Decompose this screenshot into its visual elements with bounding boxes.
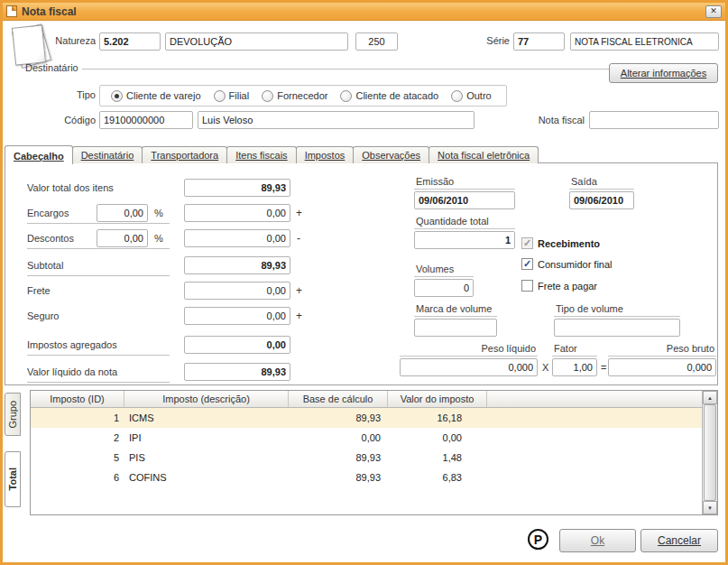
column-header-base-calculo[interactable]: Base de cálculo <box>289 391 388 407</box>
valor-liquido-field[interactable] <box>184 363 290 381</box>
natureza-label: Natureza <box>30 35 96 46</box>
natureza-desc-field[interactable] <box>165 32 348 51</box>
close-button[interactable]: ✕ <box>705 5 722 18</box>
table-row-cofins[interactable]: 6 COFINS 89,93 6,83 <box>31 468 702 487</box>
valor-total-label: Valor total dos itens <box>27 182 114 193</box>
seguro-field[interactable] <box>184 307 290 325</box>
column-header-filler <box>487 391 702 407</box>
fator-field[interactable] <box>552 358 597 376</box>
saida-field[interactable] <box>569 191 634 209</box>
side-tab-total[interactable]: Total <box>5 451 21 507</box>
peso-bruto-label: Peso bruto <box>608 343 716 357</box>
valor-total-field[interactable] <box>184 179 290 197</box>
radio-icon <box>262 90 273 102</box>
scroll-down-button[interactable]: ▼ <box>703 501 717 514</box>
scroll-up-button[interactable]: ▲ <box>703 391 717 404</box>
tab-nota-fiscal-eletronica[interactable]: Nota fiscal eletrônica <box>429 146 539 163</box>
codigo-field[interactable] <box>99 111 193 129</box>
emissao-label: Emissão <box>414 176 515 190</box>
checkbox-consumidor-final[interactable]: ✓ Consumidor final <box>521 258 613 270</box>
impostos-agregados-underline <box>27 355 170 356</box>
descontos-minus-sign: - <box>297 232 300 245</box>
tipo-radio-group: Cliente de varejo Filial Fornecedor Clie… <box>99 85 507 107</box>
tab-destinatario[interactable]: Destinatário <box>72 146 143 163</box>
table-row-ipi[interactable]: 2 IPI 0,00 0,00 <box>31 428 702 448</box>
column-header-imposto-descricao[interactable]: Imposto (descrição) <box>124 391 289 407</box>
radio-filial[interactable]: Filial <box>214 90 250 102</box>
quantidade-total-label: Quantidade total <box>414 216 515 229</box>
seguro-plus-sign: + <box>296 310 302 322</box>
encargos-label: Encargos <box>27 208 69 218</box>
destinatario-group-label: Destinatário <box>25 62 78 73</box>
table-row-icms[interactable]: 1 ICMS 89,93 16,18 <box>31 408 702 428</box>
tab-cabecalho[interactable]: Cabeçalho <box>5 145 73 164</box>
serie-label: Série <box>449 35 510 46</box>
checkbox-frete-a-pagar[interactable]: Frete a pagar <box>521 280 597 292</box>
volumes-field[interactable] <box>414 279 474 297</box>
fator-label: Fator <box>552 343 597 357</box>
serie-field[interactable] <box>513 32 565 51</box>
natureza-num-field[interactable] <box>355 32 398 51</box>
ok-button[interactable]: Ok <box>559 529 636 552</box>
scroll-down-icon: ▼ <box>707 505 713 511</box>
dialog-body: Natureza Série Destinatário Alterar info… <box>3 21 725 562</box>
alterar-informacoes-button[interactable]: Alterar informações <box>609 63 718 83</box>
checkbox-checked-icon: ✓ <box>521 237 533 249</box>
tab-transportadora[interactable]: Transportadora <box>142 146 227 163</box>
descontos-underline <box>27 248 170 249</box>
multiply-sign: X <box>542 362 548 373</box>
peso-bruto-field[interactable] <box>608 358 716 376</box>
valor-liquido-label: Valor líquido da nota <box>27 366 117 377</box>
peso-liquido-field[interactable] <box>400 358 538 376</box>
marca-volume-label: Marca de volume <box>414 303 497 317</box>
radio-cliente-atacado[interactable]: Cliente de atacado <box>340 90 438 102</box>
column-header-imposto-id[interactable]: Imposto (ID) <box>31 391 124 407</box>
cancel-button[interactable]: Cancelar <box>640 529 718 552</box>
encargos-underline <box>27 223 170 224</box>
tipo-volume-field[interactable] <box>554 319 680 337</box>
checkbox-recebimento[interactable]: ✓ Recebimento <box>521 237 600 249</box>
nota-fiscal-window: Nota fiscal ✕ Natureza Série Destinatári… <box>0 0 728 565</box>
checkbox-icon <box>521 280 533 292</box>
radio-checked-icon <box>111 90 123 102</box>
frete-plus-sign: + <box>296 284 302 297</box>
tab-observacoes[interactable]: Observações <box>353 146 429 163</box>
column-header-valor-imposto[interactable]: Valor do imposto <box>388 391 487 407</box>
impostos-table: Imposto (ID) Imposto (descrição) Base de… <box>30 390 718 515</box>
marca-volume-field[interactable] <box>414 319 497 337</box>
seguro-label: Seguro <box>27 310 59 321</box>
checkbox-checked-icon: ✓ <box>521 258 533 270</box>
tab-bar: Cabeçalho Destinatário Transportadora It… <box>5 144 538 163</box>
subtotal-underline <box>27 275 170 276</box>
vertical-scrollbar[interactable]: ▲ ▼ <box>702 391 717 514</box>
scrollbar-thumb[interactable] <box>704 404 716 501</box>
side-tab-grupo[interactable]: Grupo <box>5 393 21 436</box>
radio-fornecedor[interactable]: Fornecedor <box>262 90 327 102</box>
encargos-value-field[interactable] <box>184 204 290 222</box>
codigo-label: Código <box>30 115 96 125</box>
radio-outro[interactable]: Outro <box>451 90 492 102</box>
cliente-nome-field[interactable] <box>198 111 475 129</box>
quantidade-total-field[interactable] <box>414 231 515 249</box>
encargos-pct-field[interactable] <box>97 204 148 222</box>
frete-label: Frete <box>27 285 51 296</box>
tab-itens-fiscais[interactable]: Itens fiscais <box>226 146 296 163</box>
subtotal-field[interactable] <box>184 256 290 274</box>
volumes-label: Volumes <box>414 264 474 277</box>
impostos-agregados-field[interactable] <box>184 336 290 354</box>
saida-label: Saída <box>569 176 634 190</box>
frete-field[interactable] <box>184 282 290 300</box>
descontos-value-field[interactable] <box>184 229 290 247</box>
tab-impostos[interactable]: Impostos <box>296 146 355 163</box>
tipo-volume-label: Tipo de volume <box>554 303 680 317</box>
serie-type-field[interactable] <box>570 32 719 51</box>
radio-cliente-varejo[interactable]: Cliente de varejo <box>111 90 201 102</box>
encargos-pct-sign: % <box>154 208 163 218</box>
descontos-pct-field[interactable] <box>97 229 148 247</box>
nota-fiscal-label: Nota fiscal <box>494 115 585 125</box>
natureza-code-field[interactable] <box>99 32 161 51</box>
emissao-field[interactable] <box>414 191 515 209</box>
table-row-pis[interactable]: 5 PIS 89,93 1,48 <box>31 448 702 468</box>
nota-fiscal-field[interactable] <box>589 111 719 129</box>
radio-icon <box>340 90 352 102</box>
